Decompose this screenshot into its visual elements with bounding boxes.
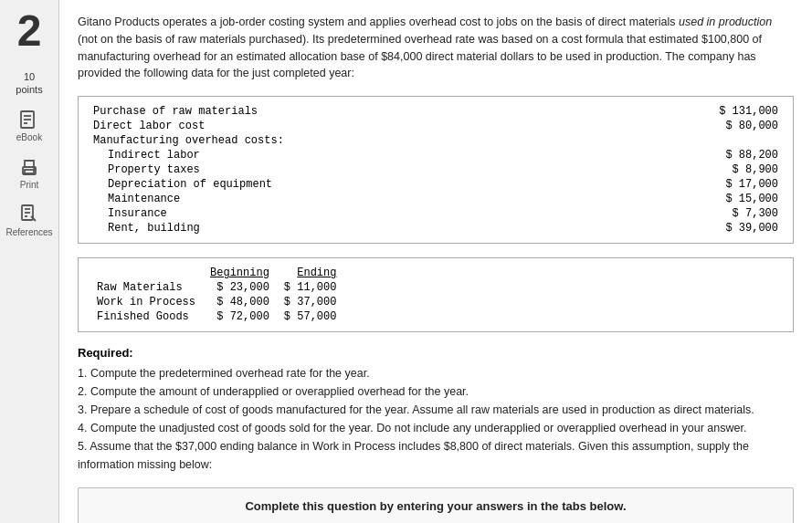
problem-text-italic: used in production <box>679 16 772 28</box>
references-button[interactable]: References <box>5 204 52 237</box>
required-item: 4. Compute the unadjusted cost of goods … <box>78 419 794 437</box>
required-item: 1. Compute the predetermined overhead ra… <box>78 364 794 382</box>
svg-rect-5 <box>25 170 34 173</box>
points-label: 10 <box>24 71 35 82</box>
print-button[interactable]: Print <box>18 156 40 190</box>
cost-data-table: Purchase of raw materials$ 131,000Direct… <box>78 96 794 244</box>
svg-point-6 <box>34 168 36 170</box>
required-section: Required: 1. Compute the predetermined o… <box>78 346 794 474</box>
required-item: 5. Assume that the $37,000 ending balanc… <box>78 437 794 474</box>
question-number: 2 <box>17 9 42 53</box>
sidebar: 2 10 points eBook Print References <box>0 0 59 523</box>
required-item: 3. Prepare a schedule of cost of goods m… <box>78 401 794 419</box>
ebook-label: eBook <box>16 132 42 142</box>
problem-text-part2: (not on the basis of raw materials purch… <box>78 33 762 80</box>
points-value: points <box>16 84 42 95</box>
problem-text: Gitano Products operates a job-order cos… <box>78 14 794 82</box>
ebook-button[interactable]: eBook <box>16 109 42 142</box>
print-label: Print <box>20 180 39 190</box>
complete-box-title: Complete this question by entering your … <box>92 499 779 513</box>
inventory-table: BeginningEndingRaw Materials$ 23,000$ 11… <box>78 257 794 332</box>
complete-box: Complete this question by entering your … <box>78 487 794 523</box>
problem-text-part1: Gitano Products operates a job-order cos… <box>78 16 679 28</box>
required-title: Required: <box>78 346 794 360</box>
references-label: References <box>5 227 52 237</box>
required-item: 2. Compute the amount of underapplied or… <box>78 382 794 401</box>
required-list: 1. Compute the predetermined overhead ra… <box>78 364 794 474</box>
main-content: Gitano Products operates a job-order cos… <box>59 0 812 523</box>
